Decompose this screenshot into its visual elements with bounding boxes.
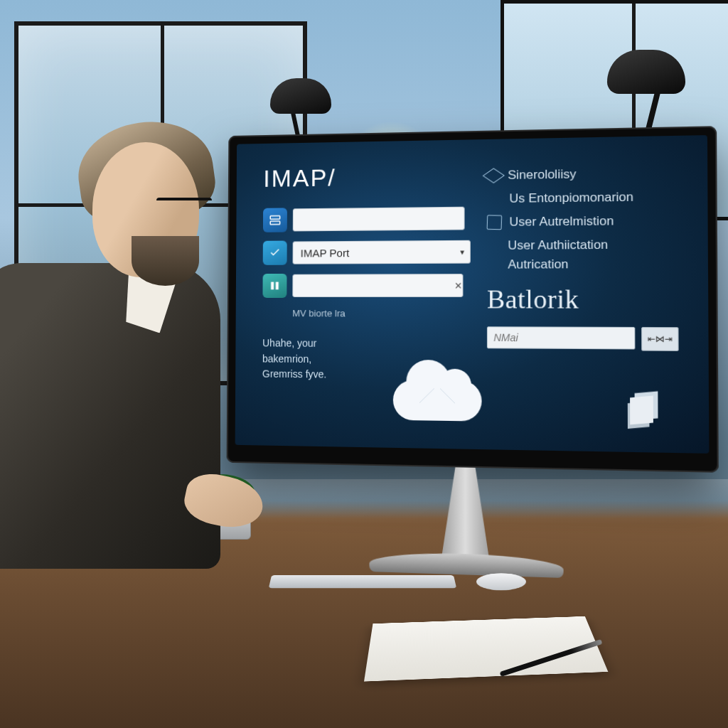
side-subtext-1: User Authiictation [508, 237, 678, 253]
port-icon [263, 241, 287, 265]
svg-rect-3 [276, 282, 279, 290]
monitor: IMAP/ ▾ [227, 126, 719, 473]
port-row: ▾ [263, 240, 465, 265]
side-item-label: Sinerololiisy [508, 167, 576, 183]
server-row [263, 206, 465, 232]
mouse [476, 573, 527, 590]
server-icon [263, 208, 287, 232]
side-subtext-2: Autrication [508, 257, 678, 272]
checkbox-icon [487, 215, 503, 230]
side-item-2[interactable]: Us Entonpiomonarion [488, 189, 678, 206]
svg-rect-0 [270, 216, 279, 220]
screen: IMAP/ ▾ [235, 135, 710, 454]
third-row: ✕ [262, 273, 464, 298]
port-input[interactable] [293, 240, 471, 264]
third-input[interactable] [292, 274, 463, 297]
svg-rect-1 [270, 221, 279, 225]
field-sublabel: MV biorte lra [292, 308, 464, 319]
cube-icon [483, 168, 505, 183]
svg-rect-2 [271, 282, 274, 290]
side-item-label: User Autrelmistion [509, 214, 614, 230]
side-item-label: Us Entonpiomonarion [509, 190, 633, 206]
helper-text: Uhahe, your bakemrion, Gremriss fyve. [262, 336, 392, 383]
mini-action-button[interactable]: ⇤⋈⇥ [641, 327, 679, 351]
server-input[interactable] [293, 207, 465, 232]
mini-input[interactable] [487, 326, 635, 349]
desk-plant [181, 476, 259, 540]
cloud-mail-icon [393, 358, 482, 422]
clear-icon[interactable]: ✕ [451, 279, 465, 292]
keyboard [269, 575, 456, 588]
settings-icon [262, 274, 287, 298]
page-title: IMAP/ [263, 161, 464, 193]
brand-wordmark: Batlorik [487, 284, 679, 315]
papers-icon [628, 389, 666, 422]
swap-icon: ⇤⋈⇥ [648, 333, 673, 344]
side-item-3[interactable]: User Autrelmistion [487, 213, 678, 230]
side-item-1[interactable]: Sinerololiisy [487, 166, 678, 183]
